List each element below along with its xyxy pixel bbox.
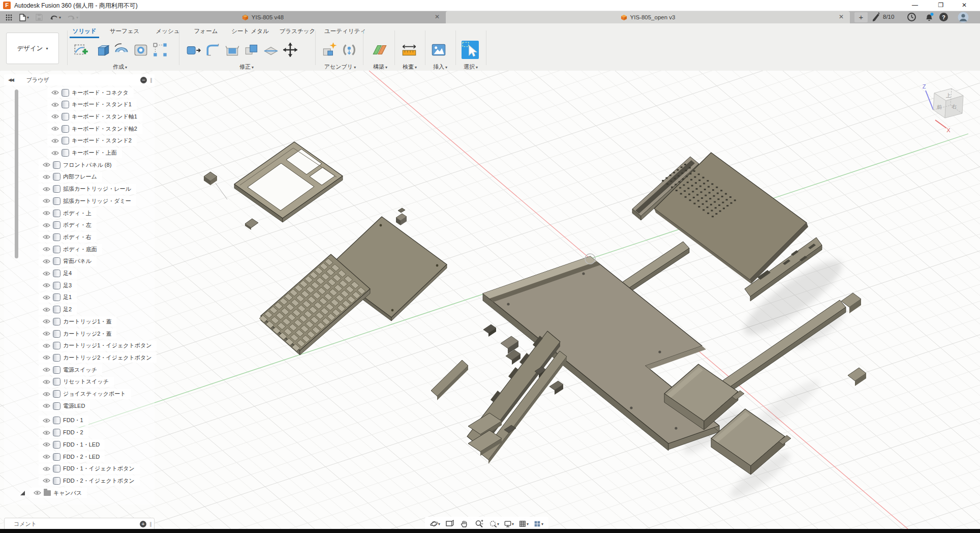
tree-item-31[interactable]: FDD・2・LED xyxy=(39,452,105,462)
tree-item-20[interactable]: カートリッジ1・蓋 xyxy=(39,316,116,327)
viewports-icon[interactable]: ▾ xyxy=(533,519,543,529)
tree-item-12[interactable]: ボディ・左 xyxy=(39,220,97,230)
tree-item-label[interactable]: キーボード・スタンド軸1 xyxy=(72,113,137,121)
tree-item-11[interactable]: ボディ・上 xyxy=(39,208,97,218)
visibility-eye-icon[interactable] xyxy=(43,211,50,216)
tree-item-5[interactable]: キーボード・スタンド2 xyxy=(47,136,137,146)
orbit-icon[interactable]: ▾ xyxy=(430,519,440,529)
visibility-eye-icon[interactable] xyxy=(43,418,50,423)
tree-item-24[interactable]: 電源スイッチ xyxy=(39,365,102,375)
tree-item-label[interactable]: ジョイスティックポート xyxy=(63,390,126,398)
tree-item-15[interactable]: 背面パネル xyxy=(39,256,97,266)
x-axis-label[interactable]: X xyxy=(946,127,951,133)
tree-item-label[interactable]: キャンバス xyxy=(53,489,82,497)
tree-item-29[interactable]: FDD・2 xyxy=(39,428,88,438)
tree-item-label[interactable]: カートリッジ2・イジェクトボタン xyxy=(63,354,151,362)
tree-item-34[interactable]: キャンバス xyxy=(29,488,87,498)
tree-item-9[interactable]: 拡張カートリッジ・レール xyxy=(39,184,136,194)
tree-item-13[interactable]: ボディ・右 xyxy=(39,232,97,242)
browser-scrollbar[interactable] xyxy=(15,90,18,258)
tree-item-label[interactable]: FDD・2・LED xyxy=(63,453,100,461)
tree-item-22[interactable]: カートリッジ1・イジェクトボタン xyxy=(39,341,157,351)
tree-item-2[interactable]: キーボード・スタンド1 xyxy=(47,100,137,110)
visibility-eye-icon[interactable] xyxy=(43,198,50,203)
tree-item-label[interactable]: 足4 xyxy=(63,270,72,277)
visibility-eye-icon[interactable] xyxy=(43,319,50,324)
tree-item-21[interactable]: カートリッジ2・蓋 xyxy=(39,329,116,339)
collapse-panel-icon[interactable]: ◀◀ xyxy=(8,77,13,82)
tree-item-19[interactable]: 足2 xyxy=(39,305,77,315)
visibility-eye-icon[interactable] xyxy=(43,379,50,384)
visibility-eye-icon[interactable] xyxy=(51,102,59,107)
viewcube-face-right[interactable]: 右 xyxy=(952,104,957,109)
tree-item-label[interactable]: ボディ・右 xyxy=(63,233,91,241)
fit-icon[interactable]: ▾ xyxy=(489,519,499,529)
tree-item-label[interactable]: カートリッジ1・イジェクトボタン xyxy=(63,342,151,349)
tree-item-14[interactable]: ボディ・底面 xyxy=(39,244,102,254)
visibility-eye-icon[interactable] xyxy=(43,174,50,180)
visibility-eye-icon[interactable] xyxy=(43,307,50,312)
zoom-icon[interactable] xyxy=(474,519,484,529)
tree-item-label[interactable]: FDD・1・LED xyxy=(63,441,100,449)
tree-item-label[interactable]: カートリッジ2・蓋 xyxy=(63,330,111,338)
comment-bar[interactable]: コメント + ∥ xyxy=(4,518,155,530)
tree-item-27[interactable]: 電源LED xyxy=(39,401,90,411)
tree-item-label[interactable]: FDD・1 xyxy=(63,417,83,424)
tree-item-label[interactable]: FDD・1・イジェクトボタン xyxy=(63,465,135,472)
add-comment-icon[interactable]: + xyxy=(140,521,146,527)
tree-item-18[interactable]: 足1 xyxy=(39,292,77,303)
visibility-eye-icon[interactable] xyxy=(51,126,59,131)
tree-item-label[interactable]: 電源スイッチ xyxy=(63,366,97,374)
visibility-eye-icon[interactable] xyxy=(43,271,50,276)
tree-item-label[interactable]: フロントパネル (8) xyxy=(63,161,111,169)
visibility-eye-icon[interactable] xyxy=(43,343,50,348)
visibility-eye-icon[interactable] xyxy=(43,392,50,397)
visibility-eye-icon[interactable] xyxy=(34,490,41,495)
panel-remove-icon[interactable]: − xyxy=(140,77,147,83)
tree-item-label[interactable]: カートリッジ1・蓋 xyxy=(63,318,111,325)
tree-item-label[interactable]: FDD・2・イジェクトボタン xyxy=(63,477,135,485)
panel-grip[interactable]: ∥ xyxy=(150,77,152,83)
viewcube-face-top[interactable]: 上 xyxy=(945,93,951,98)
comment-grip[interactable]: ∥ xyxy=(149,521,152,527)
visibility-eye-icon[interactable] xyxy=(43,454,50,459)
visibility-eye-icon[interactable] xyxy=(51,151,59,156)
grid-settings-icon[interactable]: ▾ xyxy=(518,519,529,529)
tree-item-7[interactable]: フロントパネル (8) xyxy=(39,160,116,170)
visibility-eye-icon[interactable] xyxy=(43,259,50,264)
tree-item-28[interactable]: FDD・1 xyxy=(39,416,88,426)
visibility-eye-icon[interactable] xyxy=(43,430,50,435)
visibility-eye-icon[interactable] xyxy=(43,367,50,372)
tree-item-32[interactable]: FDD・1・イジェクトボタン xyxy=(39,464,140,474)
visibility-eye-icon[interactable] xyxy=(43,223,50,228)
visibility-eye-icon[interactable] xyxy=(51,114,59,119)
visibility-eye-icon[interactable] xyxy=(43,234,50,240)
tree-item-4[interactable]: キーボード・スタンド軸2 xyxy=(47,124,142,134)
tree-item-label[interactable]: 足2 xyxy=(63,306,72,313)
tree-item-23[interactable]: カートリッジ2・イジェクトボタン xyxy=(39,352,157,363)
visibility-eye-icon[interactable] xyxy=(43,403,50,408)
visibility-eye-icon[interactable] xyxy=(43,466,50,471)
pan-icon[interactable] xyxy=(460,519,470,529)
tree-item-1[interactable]: キーボード・コネクタ xyxy=(47,87,134,98)
tree-item-label[interactable]: 足1 xyxy=(63,293,72,301)
tree-item-label[interactable]: 背面パネル xyxy=(63,257,91,265)
tree-item-label[interactable]: ボディ・底面 xyxy=(63,246,97,253)
tree-item-25[interactable]: リセットスイッチ xyxy=(39,377,114,387)
visibility-eye-icon[interactable] xyxy=(43,355,50,360)
tree-item-label[interactable]: リセットスイッチ xyxy=(63,378,109,386)
tree-item-10[interactable]: 拡張カートリッジ・ダミー xyxy=(39,196,136,206)
viewcube-face-front[interactable]: 前 xyxy=(937,104,942,110)
tree-item-6[interactable]: キーボード・上面 xyxy=(47,148,122,158)
visibility-eye-icon[interactable] xyxy=(43,442,50,447)
browser-header[interactable]: ◀◀ ブラウザ − ∥ xyxy=(4,74,155,85)
tree-item-33[interactable]: FDD・2・イジェクトボタン xyxy=(39,476,140,486)
visibility-eye-icon[interactable] xyxy=(43,283,50,288)
tree-item-label[interactable]: ボディ・上 xyxy=(63,210,91,217)
tree-item-17[interactable]: 足3 xyxy=(39,280,77,290)
tree-item-label[interactable]: 拡張カートリッジ・レール xyxy=(63,185,131,193)
tree-item-30[interactable]: FDD・1・LED xyxy=(39,439,105,450)
visibility-eye-icon[interactable] xyxy=(43,247,50,252)
tree-item-label[interactable]: キーボード・スタンド軸2 xyxy=(72,125,137,133)
tree-item-26[interactable]: ジョイスティックポート xyxy=(39,389,131,399)
